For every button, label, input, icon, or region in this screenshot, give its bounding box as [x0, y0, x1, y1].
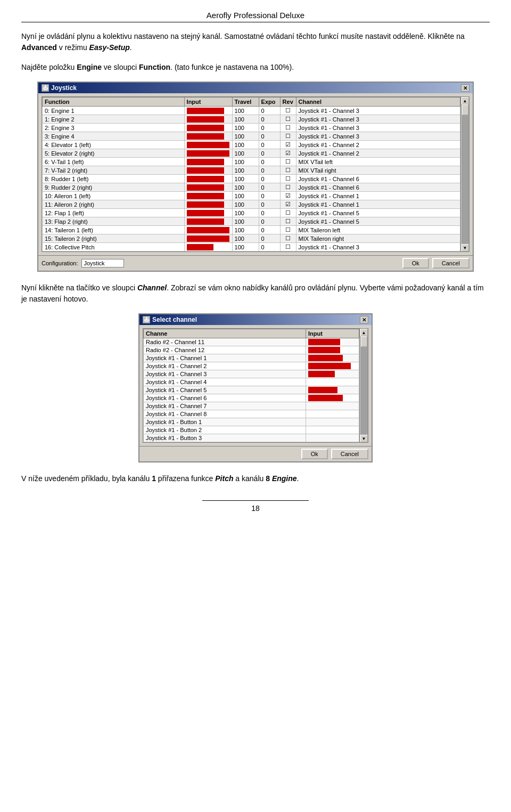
- checkbox-unchecked[interactable]: [285, 107, 291, 113]
- rev-cell[interactable]: [280, 209, 296, 217]
- checkbox-unchecked[interactable]: [285, 226, 291, 233]
- list-item[interactable]: Joystick #1 - Channel 6: [144, 394, 359, 402]
- input-cell: [184, 132, 232, 141]
- joystick-scrollbar[interactable]: ▲ ▼: [460, 97, 469, 251]
- select-channel-title: Select channel: [152, 316, 197, 323]
- checkbox-unchecked[interactable]: [285, 209, 291, 216]
- checkbox-unchecked[interactable]: [285, 235, 291, 241]
- mid-text: Nyní klikněte na tlačítko ve sloupci Cha…: [21, 282, 490, 305]
- checkbox-unchecked[interactable]: [285, 243, 291, 250]
- rev-cell[interactable]: [280, 200, 296, 209]
- checkbox-unchecked[interactable]: [285, 218, 291, 224]
- rev-cell[interactable]: [280, 158, 296, 166]
- select-channel-icon: 🕹: [143, 316, 150, 323]
- channel-cell: Joystick #1 - Channel 3: [296, 115, 460, 124]
- select-channel-content: Channe Input Radio #2 - Channel 11Radio …: [139, 325, 372, 446]
- joystick-cancel-button[interactable]: Cancel: [432, 258, 469, 269]
- checkbox-checked[interactable]: [285, 192, 291, 199]
- rev-cell[interactable]: [280, 141, 296, 149]
- config-left: Configuration:: [42, 259, 124, 267]
- rev-cell[interactable]: [280, 226, 296, 234]
- list-item[interactable]: Radio #2 - Channel 12: [144, 346, 359, 354]
- rev-cell[interactable]: [280, 234, 296, 243]
- rev-cell[interactable]: [280, 107, 296, 115]
- rev-cell[interactable]: [280, 115, 296, 124]
- list-item[interactable]: Joystick #1 - Channel 2: [144, 362, 359, 370]
- list-item[interactable]: Joystick #1 - Channel 1: [144, 354, 359, 362]
- col-channel: Channel: [296, 98, 460, 107]
- rev-cell[interactable]: [280, 183, 296, 192]
- config-label: Configuration:: [42, 260, 78, 266]
- expo-cell: 0: [259, 158, 280, 166]
- input-cell: [184, 243, 232, 251]
- function-cell: 3: Engine 4: [43, 132, 185, 141]
- checkbox-unchecked[interactable]: [285, 175, 291, 182]
- joystick-ok-button[interactable]: Ok: [402, 258, 429, 269]
- joystick-close-button[interactable]: ✕: [461, 84, 469, 92]
- joystick-table-area: Function Input Travel Expo Rev Channel 0…: [42, 96, 469, 252]
- list-item[interactable]: Joystick #1 - Button 1: [144, 418, 359, 426]
- channel-name-cell: Radio #2 - Channel 11: [144, 338, 306, 346]
- scroll-down-button[interactable]: ▼: [461, 244, 469, 251]
- function-cell: 0: Engine 1: [43, 107, 185, 115]
- checkbox-checked[interactable]: [285, 141, 291, 148]
- channel-input-cell: [306, 346, 359, 354]
- channel-input-cell: [306, 434, 359, 442]
- checkbox-unchecked[interactable]: [285, 184, 291, 190]
- input-cell: [184, 209, 232, 217]
- checkbox-unchecked[interactable]: [285, 124, 291, 131]
- rev-cell[interactable]: [280, 175, 296, 183]
- list-item[interactable]: Joystick #1 - Button 2: [144, 426, 359, 434]
- input-bar: [187, 125, 224, 131]
- ch-scroll-down-button[interactable]: ▼: [360, 435, 368, 442]
- select-channel-cancel-button[interactable]: Cancel: [331, 449, 368, 459]
- list-item[interactable]: Joystick #1 - Channel 4: [144, 378, 359, 386]
- joystick-dialog-content: Function Input Travel Expo Rev Channel 0…: [38, 93, 473, 255]
- select-channel-close-button[interactable]: ✕: [360, 316, 368, 323]
- checkbox-unchecked[interactable]: [285, 133, 291, 139]
- travel-cell: 100: [232, 141, 259, 149]
- channel-input-cell: [306, 410, 359, 418]
- scrollbar-thumb[interactable]: [462, 104, 468, 115]
- list-item[interactable]: Joystick #1 - Channel 7: [144, 402, 359, 410]
- config-input[interactable]: [81, 259, 124, 267]
- rev-cell[interactable]: [280, 166, 296, 175]
- travel-cell: 100: [232, 115, 259, 124]
- rev-cell[interactable]: [280, 192, 296, 200]
- joystick-table: Function Input Travel Expo Rev Channel 0…: [42, 97, 460, 251]
- ch-scroll-up-button[interactable]: ▲: [360, 329, 368, 336]
- channel-name-cell: Joystick #1 - Channel 4: [144, 378, 306, 386]
- list-item[interactable]: Joystick #1 - Channel 8: [144, 410, 359, 418]
- rev-cell[interactable]: [280, 243, 296, 251]
- channel-name-cell: Joystick #1 - Button 1: [144, 418, 306, 426]
- list-item[interactable]: Joystick #1 - Channel 3: [144, 370, 359, 378]
- checkbox-unchecked[interactable]: [285, 158, 291, 165]
- channel-input-cell: [306, 386, 359, 394]
- ch-scrollbar-thumb[interactable]: [361, 336, 367, 347]
- list-item[interactable]: Radio #2 - Channel 11: [144, 338, 359, 346]
- rev-cell[interactable]: [280, 149, 296, 158]
- checkbox-checked[interactable]: [285, 150, 291, 156]
- table-row: 15: Taileron 2 (right)1000MIX Taileron r…: [43, 234, 460, 243]
- list-item[interactable]: Joystick #1 - Channel 5: [144, 386, 359, 394]
- rev-cell[interactable]: [280, 132, 296, 141]
- checkbox-checked[interactable]: [285, 201, 291, 207]
- scroll-up-button[interactable]: ▲: [461, 97, 469, 104]
- travel-cell: 100: [232, 132, 259, 141]
- table-row: 10: Aileron 1 (left)1000Joystick #1 - Ch…: [43, 192, 460, 200]
- channel-scrollbar[interactable]: ▲ ▼: [359, 329, 368, 442]
- travel-cell: 100: [232, 183, 259, 192]
- rev-cell[interactable]: [280, 124, 296, 132]
- list-item[interactable]: Joystick #1 - Button 3: [144, 434, 359, 442]
- travel-cell: 100: [232, 107, 259, 115]
- input-cell: [184, 175, 232, 183]
- checkbox-unchecked[interactable]: [285, 116, 291, 122]
- function-cell: 14: Taileron 1 (left): [43, 226, 185, 234]
- rev-cell[interactable]: [280, 217, 296, 226]
- channel-input-cell: [306, 354, 359, 362]
- select-channel-ok-button[interactable]: Ok: [301, 449, 328, 459]
- channel-cell: Joystick #1 - Channel 1: [296, 200, 460, 209]
- col-expo: Expo: [259, 98, 280, 107]
- checkbox-unchecked[interactable]: [285, 167, 291, 173]
- input-cell: [184, 234, 232, 243]
